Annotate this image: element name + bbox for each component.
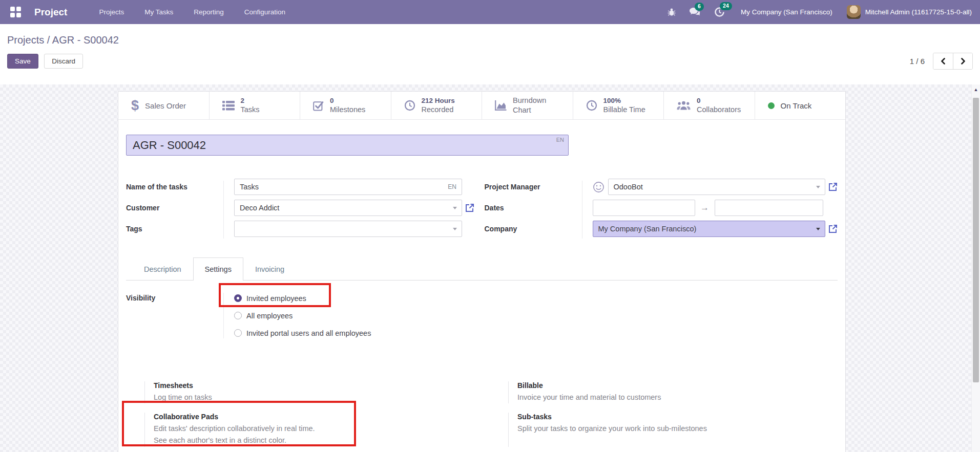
- timesheets-title[interactable]: Timesheets: [154, 381, 212, 390]
- chevron-left-icon: [941, 58, 946, 64]
- settings-tab-content: Visibility Invited employees All employe…: [126, 281, 838, 452]
- milestones-check-icon: [313, 100, 324, 111]
- stat-button-burndown-chart[interactable]: Burndown Chart: [482, 92, 573, 119]
- sub-tasks-title[interactable]: Sub-tasks: [517, 413, 707, 421]
- tab-settings[interactable]: Settings: [193, 257, 243, 281]
- stat-label: Collaborators: [697, 105, 741, 115]
- menu-my-tasks[interactable]: My Tasks: [134, 4, 183, 20]
- toggle-billable: Billable Invoice your time and material …: [490, 381, 853, 403]
- collaborative-pads-title[interactable]: Collaborative Pads: [154, 413, 315, 421]
- activities-clock-icon[interactable]: 24: [714, 7, 725, 17]
- vertical-scrollbar[interactable]: ▲: [971, 84, 980, 452]
- manager-external-link-icon[interactable]: [828, 182, 838, 191]
- status-dot-icon: [768, 102, 775, 109]
- stat-button-collaborators[interactable]: 0 Collaborators: [664, 92, 755, 119]
- customer-external-link-icon[interactable]: [465, 203, 474, 212]
- radio-unselected-icon[interactable]: [234, 329, 242, 337]
- main-menu: Projects My Tasks Reporting Configuratio…: [89, 4, 296, 20]
- project-title-input[interactable]: AGR - S00042 EN: [126, 135, 569, 156]
- control-panel: Save Discard 1 / 6: [0, 46, 980, 70]
- clock-icon: [586, 100, 597, 111]
- notebook-tabs: Description Settings Invoicing: [126, 257, 838, 281]
- name-of-tasks-input[interactable]: Tasks EN: [234, 179, 462, 195]
- billable-description: Invoice your time and material to custom…: [517, 392, 661, 403]
- company-external-link-icon[interactable]: [828, 224, 838, 233]
- clock-icon: [404, 100, 415, 111]
- messages-count-badge: 6: [695, 3, 704, 11]
- collaborators-icon: [677, 101, 691, 111]
- collaborative-pads-description: Edit tasks' description collaboratively …: [154, 423, 315, 435]
- stat-label: Tasks: [241, 105, 260, 115]
- chevron-right-icon: [961, 58, 966, 64]
- radio-unselected-icon[interactable]: [234, 312, 242, 319]
- tab-invoicing[interactable]: Invoicing: [243, 257, 296, 281]
- apps-menu-icon[interactable]: [10, 7, 21, 17]
- pager-next-button[interactable]: [953, 53, 972, 69]
- dates-label: Dates: [485, 204, 582, 212]
- name-language-badge[interactable]: EN: [448, 183, 456, 190]
- messages-icon[interactable]: 6: [689, 7, 701, 17]
- date-end-input[interactable]: [715, 200, 824, 216]
- radio-selected-icon[interactable]: [234, 294, 242, 302]
- radio-label: Invited employees: [246, 294, 306, 303]
- radio-invited-portal-users[interactable]: Invited portal users and all employees: [234, 328, 371, 338]
- form-field-grid: Name of the tasks Tasks EN Customer: [126, 179, 838, 242]
- stat-label: Chart: [513, 105, 546, 115]
- radio-label: Invited portal users and all employees: [246, 329, 371, 337]
- save-button[interactable]: Save: [7, 54, 38, 69]
- dates-arrow-icon: →: [695, 203, 715, 213]
- dropdown-caret-icon: [816, 186, 820, 188]
- form-left-column: Name of the tasks Tasks EN Customer: [126, 179, 479, 242]
- app-name[interactable]: Project: [34, 7, 67, 18]
- stat-label: Sales Order: [145, 101, 186, 110]
- stat-label: Milestones: [330, 105, 365, 115]
- user-avatar[interactable]: [847, 5, 861, 19]
- tab-description[interactable]: Description: [132, 257, 193, 281]
- pager-previous-button[interactable]: [933, 53, 953, 69]
- visibility-field: Visibility Invited employees All employe…: [126, 293, 838, 338]
- radio-all-employees[interactable]: All employees: [234, 310, 371, 321]
- user-menu[interactable]: Mitchell Admin (11617725-15-0-all): [865, 8, 972, 16]
- project-manager-value: OdooBot: [614, 183, 643, 191]
- stat-button-hours-recorded[interactable]: 212 Hours Recorded: [391, 92, 483, 119]
- company-switcher[interactable]: My Company (San Francisco): [741, 8, 832, 16]
- debug-bug-icon[interactable]: [668, 8, 676, 16]
- stat-value: 212 Hours: [422, 96, 455, 105]
- stat-value: 100%: [603, 96, 645, 105]
- tags-label: Tags: [126, 225, 223, 233]
- stat-button-sales-order[interactable]: $ Sales Order: [118, 92, 210, 119]
- stat-button-billable-time[interactable]: 100% Billable Time: [573, 92, 664, 119]
- stat-button-milestones[interactable]: 0 Milestones: [300, 92, 391, 119]
- dollar-icon: $: [131, 99, 139, 113]
- pager-counter: 1 / 6: [910, 57, 925, 66]
- menu-configuration[interactable]: Configuration: [234, 4, 296, 20]
- customer-combobox[interactable]: Deco Addict: [234, 200, 462, 216]
- menu-reporting[interactable]: Reporting: [183, 4, 234, 20]
- date-start-input[interactable]: [593, 200, 695, 216]
- project-manager-combobox[interactable]: OdooBot: [608, 179, 826, 195]
- discard-button[interactable]: Discard: [44, 54, 83, 69]
- stat-value: 2: [241, 96, 260, 105]
- visibility-radio-group: Invited employees All employees Invited …: [223, 293, 371, 338]
- scrollbar-thumb[interactable]: [973, 98, 979, 382]
- menu-projects[interactable]: Projects: [89, 4, 134, 20]
- settings-toggle-grid: Timesheets Log time on tasks Billable In…: [126, 381, 838, 452]
- radio-invited-employees[interactable]: Invited employees: [234, 293, 371, 304]
- stat-button-row: $ Sales Order 2 Tasks 0 Milestones: [118, 92, 845, 120]
- stat-label: Billable Time: [603, 105, 645, 115]
- tags-combobox[interactable]: [234, 221, 462, 237]
- project-title-value: AGR - S00042: [133, 139, 206, 152]
- stat-button-on-track[interactable]: On Track: [755, 92, 846, 119]
- billable-title[interactable]: Billable: [517, 381, 661, 390]
- form-right-column: Project Manager OdooBot: [485, 179, 838, 242]
- title-language-badge[interactable]: EN: [556, 137, 564, 143]
- stat-button-tasks[interactable]: 2 Tasks: [210, 92, 301, 119]
- stat-label: Burndown: [513, 96, 546, 105]
- toggle-collaborative-pads: Collaborative Pads Edit tasks' descripti…: [126, 413, 490, 446]
- scrollbar-up-arrow-icon[interactable]: ▲: [972, 84, 980, 92]
- toggle-timesheets: Timesheets Log time on tasks: [126, 381, 490, 403]
- breadcrumb[interactable]: Projects / AGR - S00042: [7, 34, 119, 46]
- company-combobox[interactable]: My Company (San Francisco): [593, 221, 826, 237]
- tasks-list-icon: [222, 101, 235, 111]
- activities-count-badge: 24: [720, 2, 732, 10]
